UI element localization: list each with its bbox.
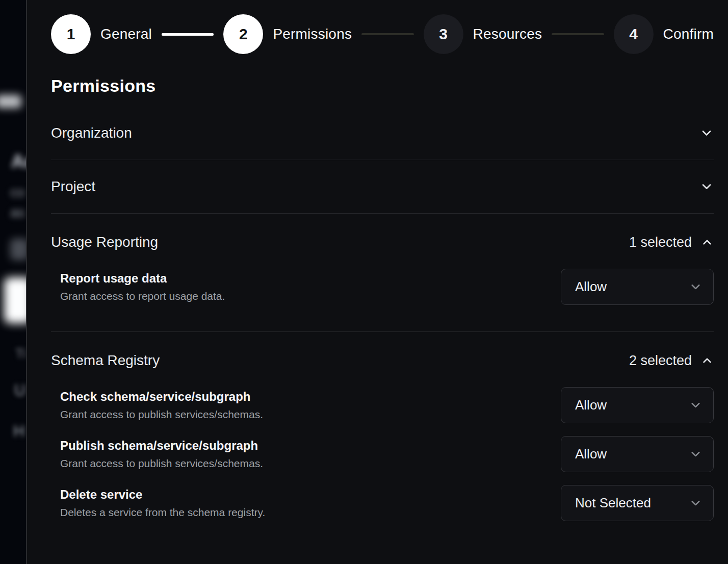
chevron-down-icon xyxy=(699,180,714,194)
step-permissions-circle: 2 xyxy=(223,14,263,54)
step-connector-todo xyxy=(361,33,413,35)
permission-row: Check schema/service/subgraph Grant acce… xyxy=(60,387,714,423)
sidebar-blur-highlight xyxy=(4,277,27,323)
select-value: Allow xyxy=(575,446,607,462)
step-permissions[interactable]: 2 Permissions xyxy=(223,14,352,54)
permission-description: Deletes a service from the schema regist… xyxy=(60,506,265,519)
permission-description: Grant access to publish services/schemas… xyxy=(60,457,263,470)
background-sidebar: Ac co as Ti U H xyxy=(0,0,27,564)
publish-schema-select[interactable]: Allow xyxy=(561,436,714,472)
select-value: Allow xyxy=(575,397,607,413)
section-usage-reporting[interactable]: Usage Reporting 1 selected xyxy=(51,214,714,264)
chevron-up-icon xyxy=(700,354,714,367)
chevron-down-icon xyxy=(689,447,703,461)
permission-text: Delete service Deletes a service from th… xyxy=(60,488,265,519)
chevron-down-icon xyxy=(699,126,714,140)
page-title: Permissions xyxy=(51,76,714,96)
section-project-title: Project xyxy=(51,178,95,195)
permission-title: Check schema/service/subgraph xyxy=(60,390,263,404)
permission-row: Publish schema/service/subgraph Grant ac… xyxy=(60,436,714,472)
section-project[interactable]: Project xyxy=(51,160,714,214)
section-usage-reporting-title: Usage Reporting xyxy=(51,234,158,250)
step-resources[interactable]: 3 Resources xyxy=(424,14,542,54)
permission-text: Report usage data Grant access to report… xyxy=(60,271,225,302)
section-schema-registry-title: Schema Registry xyxy=(51,352,160,369)
step-general-label: General xyxy=(100,26,152,42)
chevron-down-icon xyxy=(689,496,703,510)
chevron-up-icon xyxy=(700,236,714,249)
step-general[interactable]: 1 General xyxy=(51,14,152,54)
sidebar-blur-text: co xyxy=(10,185,25,200)
section-organization[interactable]: Organization xyxy=(51,107,714,160)
section-schema-registry[interactable]: Schema Registry 2 selected xyxy=(51,332,714,382)
schema-registry-selected-count: 2 selected xyxy=(629,353,692,369)
step-connector-todo xyxy=(552,33,604,35)
step-resources-label: Resources xyxy=(473,26,542,42)
sidebar-blur-icon xyxy=(10,239,27,260)
sidebar-blur-text: U xyxy=(14,381,25,400)
sidebar-blur-text: Ti xyxy=(15,346,26,362)
sidebar-blur-text: H xyxy=(13,422,24,441)
usage-reporting-permissions: Report usage data Grant access to report… xyxy=(51,264,714,332)
sidebar-blur-text: Ac xyxy=(11,151,27,172)
step-confirm-label: Confirm xyxy=(663,26,714,42)
permission-text: Publish schema/service/subgraph Grant ac… xyxy=(60,439,263,470)
step-confirm-circle: 4 xyxy=(614,14,654,54)
permission-title: Delete service xyxy=(60,488,265,502)
sidebar-blur-pill xyxy=(0,95,21,108)
check-schema-select[interactable]: Allow xyxy=(561,387,714,423)
chevron-down-icon xyxy=(689,398,703,412)
step-confirm[interactable]: 4 Confirm xyxy=(614,14,714,54)
permission-description: Grant access to publish services/schemas… xyxy=(60,408,263,421)
permission-title: Report usage data xyxy=(60,271,225,286)
select-value: Not Selected xyxy=(575,495,651,511)
section-organization-title: Organization xyxy=(51,125,132,141)
select-value: Allow xyxy=(575,279,607,295)
wizard-panel: 1 General 2 Permissions 3 Resources 4 Co… xyxy=(28,0,728,564)
schema-registry-permissions: Check schema/service/subgraph Grant acce… xyxy=(51,382,714,535)
permission-title: Publish schema/service/subgraph xyxy=(60,439,263,453)
permission-row: Delete service Deletes a service from th… xyxy=(60,485,714,521)
step-resources-circle: 3 xyxy=(424,14,463,54)
step-permissions-label: Permissions xyxy=(273,26,352,42)
permission-text: Check schema/service/subgraph Grant acce… xyxy=(60,390,263,421)
chevron-down-icon xyxy=(689,280,703,294)
permission-row: Report usage data Grant access to report… xyxy=(60,269,714,305)
sidebar-blur-text: as xyxy=(10,205,25,221)
usage-reporting-selected-count: 1 selected xyxy=(629,235,692,250)
wizard-stepper: 1 General 2 Permissions 3 Resources 4 Co… xyxy=(51,14,714,54)
step-connector-done xyxy=(162,33,214,36)
step-general-circle: 1 xyxy=(51,14,91,54)
report-usage-data-select[interactable]: Allow xyxy=(561,269,714,305)
delete-service-select[interactable]: Not Selected xyxy=(561,485,714,521)
permission-description: Grant access to report usage data. xyxy=(60,290,225,302)
